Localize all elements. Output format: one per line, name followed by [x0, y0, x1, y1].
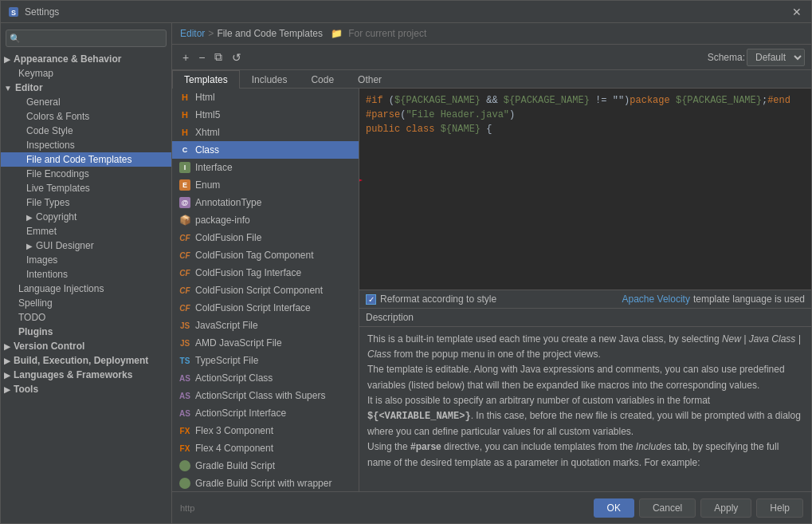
template-item-cf-tag-interface[interactable]: CF ColdFusion Tag Interface — [172, 264, 359, 282]
desc-includes-ref: Includes — [636, 441, 672, 452]
template-item-gradle-wrapper[interactable]: Gradle Build Script with wrapper — [172, 475, 359, 491]
sidebar-item-general[interactable]: General — [1, 95, 171, 109]
class-icon: C — [178, 144, 191, 156]
sidebar-item-code-style[interactable]: Code Style — [1, 124, 171, 138]
sidebar-item-spelling[interactable]: Spelling — [1, 296, 171, 310]
desc-variable-format: ${<VARIABLE_NAME>} — [367, 411, 471, 422]
split-pane: H Html H Html5 H Xhtml C Class — [172, 89, 811, 491]
search-input[interactable] — [6, 30, 167, 47]
template-item-html5[interactable]: H Html5 — [172, 106, 359, 124]
template-item-annotation[interactable]: @ AnnotationType — [172, 194, 359, 211]
desc-text-2: from the popup menu in one of the projec… — [391, 349, 601, 360]
sidebar-item-images[interactable]: Images — [1, 253, 171, 267]
template-item-cf-script-component[interactable]: CF ColdFusion Script Component — [172, 282, 359, 299]
template-item-ts-file[interactable]: TS TypeScript File — [172, 352, 359, 369]
sidebar-item-inspections[interactable]: Inspections — [1, 138, 171, 152]
html5-icon: H — [178, 108, 191, 121]
template-item-cf-file[interactable]: CF ColdFusion File — [172, 229, 359, 246]
template-item-label: Html5 — [195, 109, 220, 120]
template-item-label: ColdFusion Tag Interface — [195, 267, 301, 278]
template-item-flex4[interactable]: FX Flex 4 Component — [172, 439, 359, 457]
search-box[interactable]: 🔍 — [6, 30, 167, 47]
template-item-xhtml[interactable]: H Xhtml — [172, 124, 359, 141]
sidebar-item-build-execution[interactable]: ▶ Build, Execution, Deployment — [1, 353, 171, 368]
template-list: H Html H Html5 H Xhtml C Class — [172, 89, 359, 491]
sidebar-item-colors-fonts[interactable]: Colors & Fonts — [1, 109, 171, 124]
copy-template-button[interactable]: ⧉ — [210, 48, 226, 66]
sidebar-item-languages-frameworks[interactable]: ▶ Languages & Frameworks — [1, 368, 171, 382]
sidebar-item-label: File Types — [26, 197, 69, 208]
sidebar-item-label: Version Control — [14, 341, 84, 352]
sidebar-item-copyright[interactable]: ▶ Copyright — [1, 210, 171, 224]
js-file-icon: JS — [178, 319, 191, 332]
editor-pane: #if (${PACKAGE_NAME} && ${PACKAGE_NAME} … — [359, 89, 811, 491]
add-template-button[interactable]: + — [178, 49, 193, 66]
template-item-enum[interactable]: E Enum — [172, 176, 359, 194]
sidebar-item-live-templates[interactable]: Live Templates — [1, 181, 171, 195]
template-item-cf-script-interface[interactable]: CF ColdFusion Script Interface — [172, 299, 359, 317]
close-button[interactable]: ✕ — [789, 6, 805, 18]
sidebar-item-label: Keymap — [18, 68, 53, 79]
remove-template-button[interactable]: − — [194, 49, 209, 66]
cf-tag-component-icon: CF — [178, 249, 191, 262]
sidebar-item-file-code-templates[interactable]: File and Code Templates — [1, 152, 171, 167]
template-item-interface[interactable]: I Interface — [172, 159, 359, 176]
ok-button[interactable]: OK — [594, 498, 634, 518]
sidebar-item-gui-designer[interactable]: ▶ GUI Designer — [1, 238, 171, 253]
code-line-1: #if (${PACKAGE_NAME} && ${PACKAGE_NAME} … — [366, 93, 805, 108]
sidebar-item-label: Code Style — [26, 125, 73, 136]
sidebar-item-label: Live Templates — [26, 183, 90, 194]
description-title: Description — [359, 309, 811, 327]
template-item-as-class[interactable]: AS ActionScript Class — [172, 369, 359, 387]
html-icon: H — [178, 91, 191, 104]
tab-includes[interactable]: Includes — [240, 70, 300, 89]
code-editor[interactable]: #if (${PACKAGE_NAME} && ${PACKAGE_NAME} … — [359, 89, 811, 290]
template-item-class[interactable]: C Class — [172, 141, 359, 159]
sidebar-item-label: GUI Designer — [36, 240, 94, 251]
template-item-flex3[interactable]: FX Flex 3 Component — [172, 422, 359, 439]
cancel-button[interactable]: Cancel — [639, 498, 696, 518]
sidebar-item-tools[interactable]: ▶ Tools — [1, 382, 171, 396]
breadcrumb-editor[interactable]: Editor — [180, 28, 205, 39]
template-item-package-info[interactable]: 📦 package-info — [172, 211, 359, 229]
reformat-label: Reformat according to style — [380, 294, 496, 305]
template-item-label: ActionScript Class — [195, 372, 273, 384]
template-item-html[interactable]: H Html — [172, 89, 359, 106]
sidebar-item-todo[interactable]: TODO — [1, 310, 171, 325]
tab-code[interactable]: Code — [299, 70, 346, 89]
template-item-amd-js[interactable]: JS AMD JavaScript File — [172, 334, 359, 352]
sidebar-item-keymap[interactable]: Keymap — [1, 66, 171, 81]
reset-template-button[interactable]: ↺ — [228, 49, 245, 66]
tab-templates[interactable]: Templates — [172, 70, 240, 89]
sidebar-item-version-control[interactable]: ▶ Version Control — [1, 339, 171, 353]
apply-button[interactable]: Apply — [700, 498, 751, 518]
sidebar-item-plugins[interactable]: Plugins — [1, 325, 171, 339]
template-item-gradle-build[interactable]: Gradle Build Script — [172, 457, 359, 475]
sidebar-item-label: Language Injections — [18, 283, 104, 294]
sidebar-item-editor[interactable]: ▼ Editor — [1, 81, 171, 95]
gradle-wrapper-icon — [178, 477, 191, 490]
template-item-as-class-supers[interactable]: AS ActionScript Class with Supers — [172, 387, 359, 404]
sidebar-item-lang-injections[interactable]: Language Injections — [1, 282, 171, 296]
expand-arrow: ▶ — [26, 213, 33, 222]
sidebar-item-appearance[interactable]: ▶ Appearance & Behavior — [1, 52, 171, 66]
template-item-cf-tag-component[interactable]: CF ColdFusion Tag Component — [172, 246, 359, 264]
help-button[interactable]: Help — [756, 498, 803, 518]
apache-velocity-link[interactable]: Apache Velocity — [622, 294, 690, 305]
desc-text-3: The template is editable. Along with Jav… — [367, 364, 785, 390]
template-item-as-interface[interactable]: AS ActionScript Interface — [172, 404, 359, 422]
breadcrumb-sep: > — [208, 28, 214, 39]
sidebar-item-file-encodings[interactable]: File Encodings — [1, 167, 171, 181]
reformat-checkbox[interactable]: ✓ — [366, 294, 376, 305]
sidebar-item-emmet[interactable]: Emmet — [1, 224, 171, 238]
tab-other[interactable]: Other — [346, 70, 394, 89]
template-item-label: Html — [195, 92, 215, 103]
sidebar-item-file-types[interactable]: File Types — [1, 195, 171, 210]
template-item-js-file[interactable]: JS JavaScript File — [172, 317, 359, 334]
schema-select[interactable]: Default Project — [747, 49, 805, 66]
toolbar: + − ⧉ ↺ Schema: Default Project — [172, 45, 811, 70]
sidebar-item-intentions[interactable]: Intentions — [1, 267, 171, 282]
sidebar-item-label: General — [26, 97, 61, 108]
template-item-label: Gradle Build Script with wrapper — [195, 478, 331, 489]
template-item-label: Gradle Build Script — [195, 460, 275, 471]
